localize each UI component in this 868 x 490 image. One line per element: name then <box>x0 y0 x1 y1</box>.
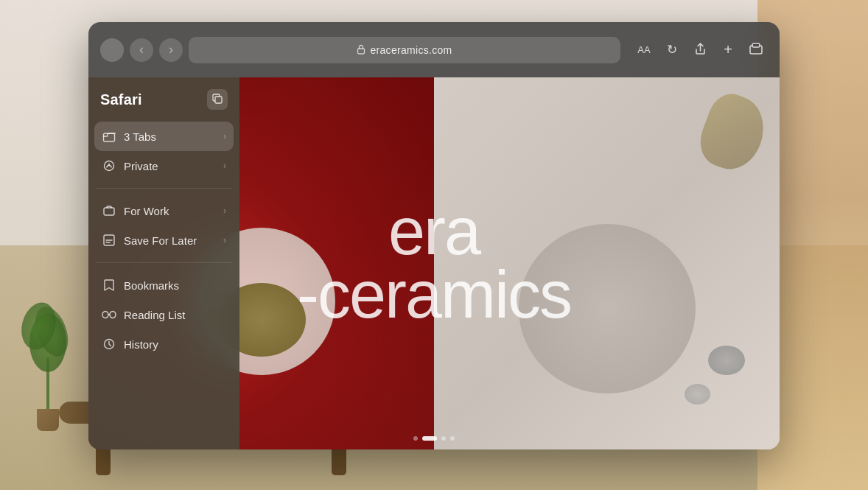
savelater-label: Save For Later <box>124 234 197 247</box>
history-icon <box>102 337 116 351</box>
reload-icon: ↻ <box>667 42 677 57</box>
tabs-icon <box>102 129 116 144</box>
sidebar-copy-button[interactable] <box>207 89 228 110</box>
new-tab-icon: + <box>724 41 732 58</box>
sidebar-item-readinglist[interactable]: Reading List <box>94 300 234 329</box>
forwork-label: For Work <box>124 205 169 217</box>
back-button[interactable]: ‹ <box>130 38 153 62</box>
sidebar-item-forwork[interactable]: For Work › <box>94 196 234 225</box>
svg-rect-6 <box>104 133 115 141</box>
sidebar-item-private[interactable]: Private › <box>94 151 234 181</box>
tabs-overview-icon <box>749 43 763 57</box>
svg-rect-9 <box>104 208 114 215</box>
sidebar-item-savelater-left: Save For Later <box>102 233 197 248</box>
reader-view-button[interactable]: AA <box>632 38 656 62</box>
svg-rect-4 <box>752 43 760 47</box>
sidebar-item-history[interactable]: History <box>94 329 234 359</box>
sidebar-item-bookmarks[interactable]: Bookmarks <box>94 270 234 300</box>
svg-point-11 <box>102 312 108 318</box>
forwork-chevron: › <box>223 206 226 216</box>
ceramics-right-panel <box>434 77 780 449</box>
divider-1 <box>96 188 232 189</box>
bookmarks-label: Bookmarks <box>124 279 179 292</box>
dot-3 <box>441 436 446 441</box>
svg-rect-5 <box>215 97 222 103</box>
sidebar-item-savelater[interactable]: Save For Later › <box>94 225 234 255</box>
readinglist-label: Reading List <box>124 309 185 321</box>
sidebar-item-forwork-left: For Work <box>102 203 169 218</box>
readinglist-icon <box>102 307 116 322</box>
sidebar-item-tabs-left: 3 Tabs <box>102 129 156 144</box>
bookmarks-icon <box>102 278 116 293</box>
reload-button[interactable]: ↻ <box>660 38 684 62</box>
aa-label: AA <box>637 44 650 55</box>
library-section: Bookmarks Reading List <box>88 267 239 362</box>
new-tab-button[interactable]: + <box>716 38 740 62</box>
forwork-icon <box>102 203 116 218</box>
dot-1 <box>413 436 418 441</box>
sidebar-item-readinglist-left: Reading List <box>102 307 185 322</box>
forward-button[interactable]: › <box>159 38 183 62</box>
svg-rect-2 <box>358 49 365 54</box>
tab-groups-section: 3 Tabs › Private <box>88 119 239 183</box>
url-bar[interactable]: eraceramics.com <box>189 37 620 63</box>
back-icon: ‹ <box>139 42 144 57</box>
sidebar-item-tabs[interactable]: 3 Tabs › <box>94 122 234 151</box>
forward-icon: › <box>169 42 173 57</box>
tabs-chevron: › <box>223 131 226 141</box>
sidebar-item-bookmarks-left: Bookmarks <box>102 278 179 293</box>
dot-2 <box>422 436 437 441</box>
svg-point-12 <box>110 312 116 318</box>
savelater-icon <box>102 233 116 248</box>
private-chevron: › <box>223 161 226 171</box>
sidebar-toggle-button[interactable] <box>100 38 124 62</box>
sidebar-item-history-left: History <box>102 337 158 351</box>
private-label: Private <box>124 160 158 172</box>
tabs-label: 3 Tabs <box>124 130 156 143</box>
tabs-overview-button[interactable] <box>744 38 768 62</box>
browser-content: era -ceramics Safari <box>88 77 780 449</box>
savelater-chevron: › <box>223 235 226 245</box>
dot-4 <box>450 436 455 441</box>
page-indicator <box>413 436 455 441</box>
svg-point-8 <box>108 164 110 165</box>
copy-icon <box>211 93 223 107</box>
sidebar-header: Safari <box>88 77 239 119</box>
sidebar-panel: Safari <box>88 77 239 449</box>
lock-icon <box>357 44 365 56</box>
custom-groups-section: For Work › Save For Later <box>88 193 239 258</box>
toolbar-right-controls: AA ↻ + <box>632 38 768 62</box>
divider-2 <box>96 262 232 263</box>
private-icon <box>102 158 116 173</box>
history-label: History <box>124 338 158 351</box>
sidebar-item-private-left: Private <box>102 158 158 173</box>
url-text: eraceramics.com <box>370 44 452 56</box>
browser-window: ‹ › eraceramics.com AA ↻ <box>88 22 780 449</box>
sidebar-title: Safari <box>100 91 142 108</box>
browser-toolbar: ‹ › eraceramics.com AA ↻ <box>88 22 780 77</box>
share-icon <box>694 43 707 57</box>
share-button[interactable] <box>688 38 712 62</box>
